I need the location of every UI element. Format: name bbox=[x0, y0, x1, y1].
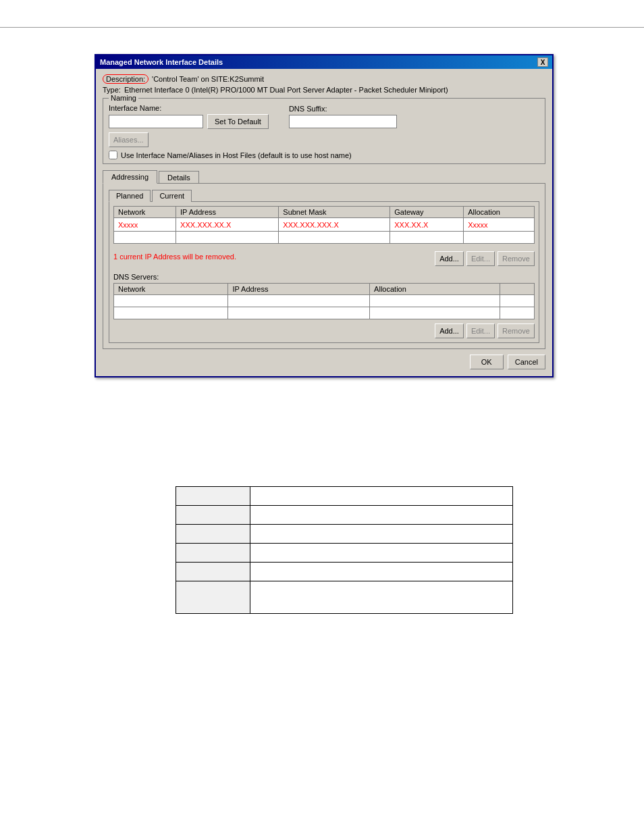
dns-suffix-label: DNS Suffix: bbox=[289, 105, 397, 113]
sub-tab-current[interactable]: Current bbox=[152, 190, 192, 202]
ok-button[interactable]: OK bbox=[470, 355, 504, 369]
aliases-row: Aliases... bbox=[109, 132, 539, 147]
ip-table-header-ip: IP Address bbox=[176, 207, 279, 218]
close-button[interactable]: X bbox=[537, 57, 548, 67]
bottom-table-wrapper bbox=[176, 486, 513, 614]
dns-empty-row-2 bbox=[114, 307, 535, 319]
dns-suffix-col: DNS Suffix: bbox=[289, 105, 397, 128]
sub-tab-content-planned: Network IP Address Subnet Mask Gateway A… bbox=[109, 201, 539, 343]
type-value: Ethernet Interface 0 (Intel(R) PRO/1000 … bbox=[124, 86, 448, 94]
ip-gateway-cell: XXX.XX.X bbox=[390, 218, 464, 232]
ip-subnet-cell: XXX.XXX.XXX.X bbox=[279, 218, 390, 232]
bottom-table-cell-value-1 bbox=[250, 487, 513, 506]
dns-empty-row-1 bbox=[114, 295, 535, 307]
top-divider bbox=[0, 27, 644, 28]
ip-table-header-gateway: Gateway bbox=[390, 207, 464, 218]
bottom-table-row-5 bbox=[176, 563, 513, 581]
ip-table-header-allocation: Allocation bbox=[464, 207, 535, 218]
ip-notice: 1 current IP Address will be removed. bbox=[113, 253, 236, 261]
description-value: 'Control Team' on SITE:K2Summit bbox=[152, 75, 264, 83]
ip-add-button[interactable]: Add... bbox=[435, 251, 464, 266]
use-interface-row: Use Interface Name/Aliases in Host Files… bbox=[109, 151, 539, 159]
ip-network-cell: Xxxxx bbox=[114, 218, 176, 232]
type-label: Type: bbox=[103, 86, 121, 94]
bottom-table-row-6 bbox=[176, 581, 513, 614]
interface-name-input[interactable]: SITE-K2Summit bbox=[109, 115, 203, 128]
set-default-button[interactable]: Set To Default bbox=[207, 114, 269, 129]
tab-bar: Addressing Details bbox=[103, 170, 545, 183]
dialog-body: Description: 'Control Team' on SITE:K2Su… bbox=[96, 69, 552, 376]
table-empty-row bbox=[114, 232, 535, 244]
bottom-table-cell-label-2 bbox=[176, 506, 250, 525]
description-label: Description: bbox=[103, 74, 149, 84]
dns-add-button[interactable]: Add... bbox=[435, 323, 464, 338]
bottom-table-cell-label-6 bbox=[176, 581, 250, 614]
naming-row-1: Interface Name: SITE-K2Summit Set To Def… bbox=[109, 104, 539, 129]
dns-header-extra bbox=[500, 284, 534, 295]
dns-table: Network IP Address Allocation bbox=[113, 283, 535, 319]
ip-btn-row: Add... Edit... Remove bbox=[435, 251, 535, 266]
use-interface-label: Use Interface Name/Aliases in Host Files… bbox=[121, 151, 352, 159]
bottom-table-row-4 bbox=[176, 544, 513, 563]
dns-header-network: Network bbox=[114, 284, 228, 295]
dns-section-label: DNS Servers: bbox=[113, 273, 535, 281]
sub-tab-planned[interactable]: Planned bbox=[109, 190, 151, 202]
cancel-button[interactable]: Cancel bbox=[508, 355, 545, 369]
dialog-title: Managed Network Interface Details bbox=[100, 58, 223, 66]
bottom-table-cell-value-5 bbox=[250, 563, 513, 581]
bottom-table-cell-label-3 bbox=[176, 525, 250, 544]
use-interface-checkbox[interactable] bbox=[109, 151, 117, 159]
bottom-table-row-1 bbox=[176, 487, 513, 506]
bottom-table-row-3 bbox=[176, 525, 513, 544]
dns-remove-button[interactable]: Remove bbox=[498, 323, 535, 338]
type-row: Type: Ethernet Interface 0 (Intel(R) PRO… bbox=[103, 86, 545, 94]
bottom-table-cell-value-4 bbox=[250, 544, 513, 563]
bottom-table-cell-label-5 bbox=[176, 563, 250, 581]
ok-cancel-row: OK Cancel bbox=[103, 355, 545, 369]
dns-edit-button[interactable]: Edit... bbox=[466, 323, 495, 338]
description-row: Description: 'Control Team' on SITE:K2Su… bbox=[103, 74, 545, 84]
ip-table: Network IP Address Subnet Mask Gateway A… bbox=[113, 206, 535, 244]
ip-remove-button[interactable]: Remove bbox=[498, 251, 535, 266]
ip-edit-button[interactable]: Edit... bbox=[466, 251, 495, 266]
naming-group: Naming Interface Name: SITE-K2Summit Set… bbox=[103, 98, 545, 164]
bottom-table bbox=[176, 486, 513, 614]
naming-group-title: Naming bbox=[109, 94, 138, 102]
ip-table-header-subnet: Subnet Mask bbox=[279, 207, 390, 218]
ip-allocation-cell: Xxxxx bbox=[464, 218, 535, 232]
bottom-table-cell-label-4 bbox=[176, 544, 250, 563]
interface-name-col: Interface Name: SITE-K2Summit Set To Def… bbox=[109, 104, 269, 129]
table-row: Xxxxx XXX.XXX.XX.X XXX.XXX.XXX.X XXX.XX.… bbox=[114, 218, 535, 232]
tab-details[interactable]: Details bbox=[159, 171, 199, 184]
dns-section: DNS Servers: Network IP Address Allocati… bbox=[113, 273, 535, 338]
dialog-wrapper: Managed Network Interface Details X Desc… bbox=[95, 54, 554, 377]
ip-table-header-network: Network bbox=[114, 207, 176, 218]
bottom-table-cell-value-3 bbox=[250, 525, 513, 544]
bottom-table-row-2 bbox=[176, 506, 513, 525]
bottom-table-cell-value-2 bbox=[250, 506, 513, 525]
bottom-table-cell-value-6 bbox=[250, 581, 513, 614]
ip-address-cell: XXX.XXX.XX.X bbox=[176, 218, 279, 232]
interface-name-label: Interface Name: bbox=[109, 104, 269, 112]
dialog: Managed Network Interface Details X Desc… bbox=[95, 54, 554, 377]
dns-header-allocation: Allocation bbox=[370, 284, 500, 295]
dns-suffix-input[interactable] bbox=[289, 115, 397, 128]
tab-addressing[interactable]: Addressing bbox=[103, 170, 157, 184]
addressing-tabs: Addressing Details Planned Current bbox=[103, 170, 545, 349]
tab-content-addressing: Planned Current Network IP Address Subne… bbox=[103, 183, 545, 349]
aliases-button[interactable]: Aliases... bbox=[109, 132, 149, 147]
sub-tab-bar: Planned Current bbox=[109, 189, 539, 201]
dns-btn-row: Add... Edit... Remove bbox=[113, 323, 535, 338]
title-bar: Managed Network Interface Details X bbox=[96, 55, 552, 69]
bottom-table-cell-label-1 bbox=[176, 487, 250, 506]
dns-header-ip: IP Address bbox=[228, 284, 370, 295]
